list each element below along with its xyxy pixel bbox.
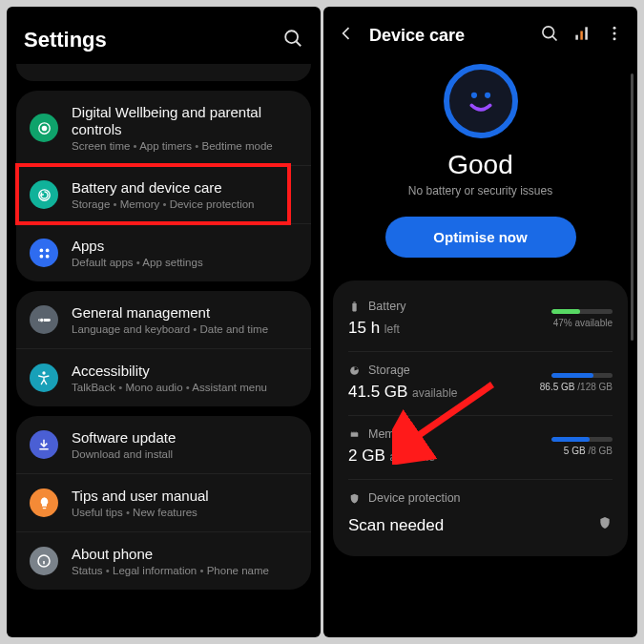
settings-row[interactable]: Software updateDownload and install [16,416,311,474]
search-icon[interactable] [540,24,559,47]
settings-header: Settings [7,7,321,62]
row-title: Apps [72,238,298,255]
svg-point-0 [285,31,298,43]
row-subtitle: Status • Legal information • Phone name [72,565,298,576]
svg-point-5 [39,248,43,252]
row-title: Tips and user manual [72,488,298,505]
svg-rect-27 [353,301,355,302]
settings-row[interactable]: AccessibilityTalkBack • Mono audio • Ass… [16,349,311,406]
svg-point-11 [42,371,45,374]
svg-point-7 [39,254,43,258]
memory-label: Memory [368,427,411,441]
svg-point-8 [45,254,49,258]
storage-label: Storage [368,364,410,377]
storage-used-text: 86.5 GB /128 GB [521,382,613,392]
status-subtext: No battery or security issues [343,184,618,197]
battery-value: 15 h [348,319,380,337]
svg-point-24 [470,93,476,98]
row-subtitle: Language and keyboard • Date and time [72,323,298,335]
row-title: Accessibility [72,363,298,380]
settings-group: Software updateDownload and installTips … [16,416,311,590]
battery-value-sub: left [384,322,400,336]
battery-label: Battery [368,300,406,313]
tips-icon [30,488,58,517]
wellbeing-icon [30,114,58,142]
memory-row[interactable]: Memory 2 GB available 5 GB /8 GB [348,416,613,480]
storage-value-sub: available [412,386,457,400]
device-care-screen: Device care Good No battery or security … [323,7,637,637]
battery-row[interactable]: Battery 15 h left 47% available [348,288,613,352]
device-care-header: Device care [323,7,637,56]
protection-label: Device protection [368,491,461,505]
svg-point-23 [613,37,616,40]
apps-icon [30,239,58,267]
settings-row[interactable]: Digital Wellbeing and parental controlsS… [16,91,311,166]
more-icon[interactable] [605,24,624,47]
settings-group: Digital Wellbeing and parental controlsS… [16,91,311,281]
page-title: Device care [369,26,527,46]
svg-rect-18 [575,35,578,40]
svg-rect-26 [352,302,356,311]
svg-point-10 [39,318,43,322]
row-subtitle: Download and install [72,448,298,460]
svg-point-21 [613,27,616,30]
device-care-icon [30,180,58,209]
page-title: Settings [24,28,107,52]
signal-icon[interactable] [572,24,592,47]
svg-rect-12 [42,507,46,508]
accessibility-icon [30,364,58,392]
row-subtitle: Storage • Memory • Device protection [72,198,298,210]
svg-point-25 [484,93,489,98]
settings-row[interactable]: Battery and device careStorage • Memory … [16,166,311,224]
row-subtitle: Default apps • App settings [72,257,298,268]
svg-line-17 [552,36,556,40]
row-title: About phone [72,546,298,563]
settings-screen: Settings Digital Wellbeing and parental … [7,7,321,637]
row-title: Software update [72,429,298,447]
svg-point-22 [613,32,616,35]
memory-value: 2 GB [348,447,385,465]
scrollbar[interactable] [631,73,634,608]
memory-value-sub: available [389,450,434,464]
svg-rect-19 [580,31,583,40]
stats-card: Battery 15 h left 47% available Storage … [333,280,628,556]
memory-bar [551,437,590,442]
storage-row[interactable]: Storage 41.5 GB available 86.5 GB /128 G… [348,352,613,416]
status-hero: Good No battery or security issues Optim… [323,56,637,280]
shield-icon [597,514,613,531]
row-title: Battery and device care [72,179,298,197]
battery-available-text: 47% available [521,318,613,328]
row-title: Digital Wellbeing and parental controls [72,104,298,138]
row-subtitle: Screen time • App timers • Bedtime mode [72,140,298,152]
settings-group: General managementLanguage and keyboard … [16,291,311,406]
general-icon [30,305,58,334]
previous-card-peek [16,64,311,81]
storage-bar [551,373,593,378]
protection-row[interactable]: Device protection Scan needed [348,480,613,549]
row-subtitle: TalkBack • Mono audio • Assistant menu [72,382,298,393]
status-text: Good [343,150,618,180]
protection-value: Scan needed [348,516,444,535]
about-icon [30,547,58,575]
optimise-button[interactable]: Optimise now [385,217,576,258]
storage-value: 41.5 GB [348,383,407,401]
svg-point-6 [45,248,49,252]
back-icon[interactable] [337,24,356,47]
battery-bar [551,309,580,314]
memory-used-text: 5 GB /8 GB [521,446,613,456]
row-title: General management [72,304,298,322]
search-icon[interactable] [282,28,303,52]
svg-line-1 [296,41,301,46]
svg-point-16 [543,27,554,38]
settings-row[interactable]: About phoneStatus • Legal information • … [16,532,311,590]
settings-row[interactable]: Tips and user manualUseful tips • New fe… [16,474,311,532]
update-icon [30,430,58,459]
settings-row[interactable]: AppsDefault apps • App settings [16,224,311,281]
svg-rect-20 [585,27,588,39]
svg-point-3 [42,126,46,130]
svg-rect-29 [351,432,359,436]
status-smiley-icon [444,64,518,138]
row-subtitle: Useful tips • New features [72,507,298,518]
settings-row[interactable]: General managementLanguage and keyboard … [16,291,311,349]
